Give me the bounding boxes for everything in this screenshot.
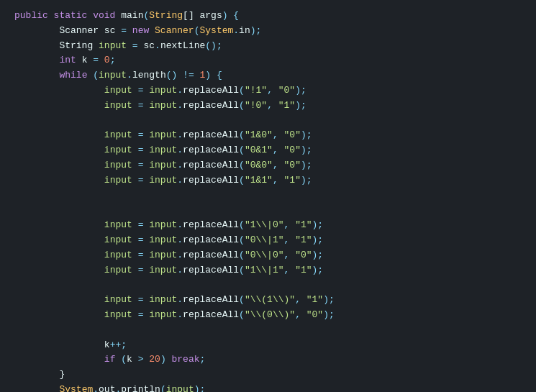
token-plain [14, 234, 104, 245]
token-plain: replaceAll [183, 234, 239, 245]
token-plain: replaceAll [183, 85, 239, 96]
token-punc: ( [239, 309, 245, 320]
token-class-name: String [149, 10, 183, 21]
token-punc: , [273, 160, 284, 170]
token-kw: new [132, 25, 155, 36]
token-kw: if [104, 354, 116, 365]
token-punc: ( [239, 234, 245, 245]
token-punc: , [273, 129, 284, 140]
token-plain: Scanner [14, 25, 104, 36]
code-line [14, 323, 522, 338]
token-punc: ); [323, 294, 335, 305]
token-punc: ); [323, 309, 335, 320]
token-str: "0&1" [245, 145, 273, 155]
code-line: input = input.replaceAll("1\\|1", "1"); [14, 263, 522, 278]
token-punc: ); [312, 265, 324, 275]
token-var-input: input [99, 40, 127, 51]
token-var-input: input [104, 175, 132, 186]
token-plain: replaceAll [183, 265, 239, 275]
token-punc: . [177, 85, 183, 96]
token-num: 0 [104, 55, 110, 65]
token-punc: ( [239, 175, 245, 186]
token-punc: ; [110, 55, 116, 65]
token-var-input: input [104, 250, 132, 260]
token-kw: int [59, 55, 81, 65]
token-punc: ); [194, 384, 206, 392]
token-plain: in [239, 25, 250, 36]
token-var-input: input [149, 160, 177, 170]
token-plain: replaceAll [183, 294, 239, 305]
token-punc: ); [295, 100, 306, 111]
token-plain [14, 309, 104, 320]
token-str: "1\\|0" [245, 219, 284, 230]
token-plain: replaceAll [183, 219, 239, 230]
token-str: "0" [284, 129, 301, 140]
token-punc: . [177, 100, 183, 111]
code-line [14, 188, 522, 204]
token-str: "!0" [245, 100, 267, 111]
token-var-input: input [149, 234, 177, 245]
token-plain [14, 85, 104, 96]
token-str: "1" [295, 265, 312, 275]
token-str: "\\(0\\)" [245, 309, 295, 320]
token-punc: . [177, 294, 183, 305]
token-plain: String [14, 40, 99, 51]
token-var-input: input [149, 309, 177, 320]
token-var-input: input [104, 160, 132, 170]
token-punc: ( [239, 250, 245, 260]
token-plain: sc [104, 25, 116, 36]
token-punc: . [177, 145, 183, 155]
token-punc: = [132, 145, 149, 155]
token-punc: = [132, 219, 149, 230]
token-plain [14, 265, 104, 275]
token-plain [14, 145, 104, 155]
token-punc: ( [239, 265, 245, 275]
token-plain: main [121, 10, 143, 21]
token-punc: ( [239, 294, 245, 305]
token-punc: , [273, 175, 284, 186]
token-punc: ( [239, 219, 245, 230]
token-punc: = [127, 40, 143, 51]
token-kw: static [54, 10, 94, 21]
token-punc: . [177, 309, 183, 320]
token-punc: = [132, 129, 149, 140]
token-str: "1" [284, 175, 301, 186]
token-punc: ); [312, 234, 324, 245]
token-punc: . [177, 219, 183, 230]
token-plain [14, 250, 104, 260]
token-punc: ); [250, 25, 262, 36]
token-kw: public [14, 10, 54, 21]
token-plain: replaceAll [183, 145, 239, 155]
token-plain [14, 160, 104, 170]
code-block: public static void main(String[] args) {… [14, 9, 522, 392]
token-var-input: input [104, 145, 132, 155]
code-line: input = input.replaceAll("1&1", "1"); [14, 173, 522, 188]
code-line [14, 114, 522, 129]
token-plain: out [99, 384, 115, 392]
token-str: "0" [295, 250, 312, 260]
token-class-name: Scanner [155, 25, 194, 36]
token-punc: , [267, 100, 278, 111]
token-var-input: input [149, 145, 177, 155]
token-var-input: input [149, 85, 177, 96]
token-plain [14, 294, 104, 305]
token-str: "0\\|1" [245, 234, 284, 245]
token-plain [14, 384, 59, 392]
token-punc: ); [301, 145, 312, 155]
code-editor: public static void main(String[] args) {… [0, 0, 536, 392]
token-str: "0\\|0" [245, 250, 284, 260]
token-var-input: input [104, 219, 132, 230]
token-plain: replaceAll [183, 160, 239, 170]
token-punc: ( [239, 129, 245, 140]
token-punc: . [177, 175, 183, 186]
token-punc: ( [160, 384, 166, 392]
code-line: } [14, 368, 522, 383]
token-punc: ( [115, 354, 127, 365]
token-punc: ); [301, 160, 312, 170]
token-plain: replaceAll [183, 250, 239, 260]
code-line: input = input.replaceAll("\\(1\\)", "1")… [14, 293, 522, 308]
token-punc: ) { [205, 70, 222, 81]
code-line: System.out.println(input); [14, 383, 522, 392]
token-str: "0" [284, 145, 301, 155]
token-str: "1" [295, 219, 312, 230]
